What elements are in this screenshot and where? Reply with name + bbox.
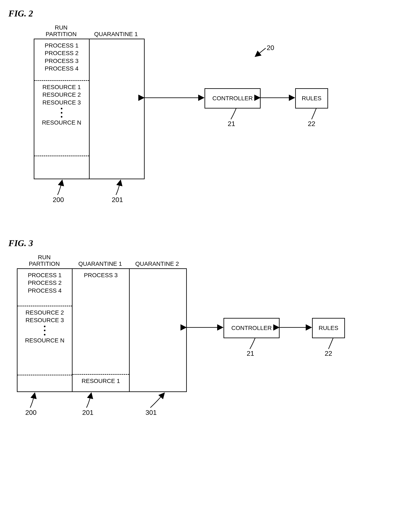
ellipsis-icon: ••• xyxy=(36,106,87,119)
figure-2: FIG. 2 RUN PARTITION QUARANTINE 1 PROCES… xyxy=(8,8,412,213)
fig2-header-q1: QUARANTINE 1 xyxy=(89,23,143,38)
fig2-header-run: RUN PARTITION xyxy=(34,23,89,38)
fig3-q1-resource: RESOURCE 1 xyxy=(73,374,129,391)
fig2-partitions: PROCESS 1 PROCESS 2 PROCESS 3 PROCESS 4 … xyxy=(34,39,145,179)
fig2-ref-201: 201 xyxy=(112,196,123,204)
fig3-rules-box: RULES xyxy=(312,318,345,338)
fig3-q1-partition: PROCESS 3 RESOURCE 1 xyxy=(73,269,130,391)
fig2-run-empty xyxy=(34,156,89,178)
figure-3: FIG. 3 RUN PARTITION QUARANTINE 1 QUARAN… xyxy=(8,238,412,426)
ellipsis-icon: ••• xyxy=(19,324,70,337)
fig3-diagram: RUN PARTITION QUARANTINE 1 QUARANTINE 2 … xyxy=(8,253,388,426)
fig2-headers: RUN PARTITION QUARANTINE 1 xyxy=(34,23,143,38)
resource-item: RESOURCE 2 xyxy=(36,91,87,98)
fig3-run-resources: RESOURCE 2 RESOURCE 3 ••• RESOURCE N xyxy=(17,306,72,375)
fig3-ref-200: 200 xyxy=(25,409,36,417)
controller-label: CONTROLLER xyxy=(212,95,253,102)
fig3-ref-22: 22 xyxy=(325,350,332,357)
fig3-partitions: PROCESS 1 PROCESS 2 PROCESS 4 RESOURCE 2… xyxy=(17,268,187,392)
fig2-diagram: RUN PARTITION QUARANTINE 1 PROCESS 1 PRO… xyxy=(8,23,388,213)
fig3-run-processes: PROCESS 1 PROCESS 2 PROCESS 4 xyxy=(17,269,72,306)
process-item: PROCESS 1 xyxy=(19,272,70,279)
fig3-ref-301: 301 xyxy=(146,409,157,417)
fig3-header-q2: QUARANTINE 2 xyxy=(129,253,186,267)
fig2-rules-box: RULES xyxy=(295,88,328,109)
fig2-ref-22: 22 xyxy=(308,120,315,128)
fig3-q1-processes: PROCESS 3 xyxy=(73,269,129,306)
process-item: PROCESS 4 xyxy=(36,65,87,72)
rules-label: RULES xyxy=(302,95,321,102)
fig3-header-q1: QUARANTINE 1 xyxy=(72,253,129,267)
fig2-q1-partition xyxy=(90,39,144,178)
resource-item: RESOURCE 1 xyxy=(36,83,87,91)
fig3-ref-201: 201 xyxy=(82,409,93,417)
fig2-ref-200: 200 xyxy=(53,196,64,204)
fig3-run-empty xyxy=(17,375,72,391)
resource-item: RESOURCE 2 xyxy=(19,309,70,316)
process-item: PROCESS 1 xyxy=(36,42,87,49)
process-item: PROCESS 4 xyxy=(19,287,70,294)
controller-label: CONTROLLER xyxy=(231,325,271,331)
fig2-ref-21: 21 xyxy=(228,120,235,128)
process-item: PROCESS 2 xyxy=(36,49,87,57)
fig2-controller-box: CONTROLLER xyxy=(205,88,261,109)
fig3-q2-partition xyxy=(130,269,186,391)
resource-item: RESOURCE 1 xyxy=(74,377,127,385)
fig2-title: FIG. 2 xyxy=(8,8,412,18)
process-item: PROCESS 3 xyxy=(74,272,127,279)
fig2-run-partition: PROCESS 1 PROCESS 2 PROCESS 3 PROCESS 4 … xyxy=(34,39,90,178)
process-item: PROCESS 2 xyxy=(19,279,70,287)
fig3-header-run: RUN PARTITION xyxy=(17,253,72,267)
rules-label: RULES xyxy=(319,325,338,331)
fig3-controller-box: CONTROLLER xyxy=(224,318,280,338)
fig2-run-processes: PROCESS 1 PROCESS 2 PROCESS 3 PROCESS 4 xyxy=(34,39,89,80)
process-item: PROCESS 3 xyxy=(36,57,87,65)
fig3-headers: RUN PARTITION QUARANTINE 1 QUARANTINE 2 xyxy=(17,253,186,267)
fig3-title: FIG. 3 xyxy=(8,238,412,248)
fig3-run-partition: PROCESS 1 PROCESS 2 PROCESS 4 RESOURCE 2… xyxy=(17,269,73,391)
fig2-ref-20: 20 xyxy=(267,44,274,52)
fig3-q1-mid xyxy=(73,306,129,374)
resource-item: RESOURCE N xyxy=(19,337,70,344)
fig3-ref-21: 21 xyxy=(247,350,254,357)
resource-item: RESOURCE N xyxy=(36,119,87,127)
fig2-run-resources: RESOURCE 1 RESOURCE 2 RESOURCE 3 ••• RES… xyxy=(34,80,89,156)
